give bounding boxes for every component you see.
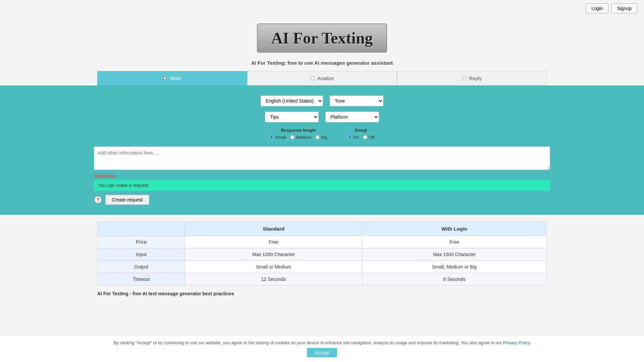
with-login-cell: Max 1500 Character [362,248,547,261]
radio-write[interactable] [163,76,167,80]
signup-button[interactable]: Signup [611,3,637,13]
pricing-section: Standard With Login Price Free Free Inpu… [87,222,557,286]
controls-row-1: English (United States) Spanish French G… [10,96,634,106]
radio-reply[interactable] [462,76,466,80]
standard-cell: Max 1000 Character [185,248,362,261]
tab-write-label: Write [170,75,181,81]
logo-subtitle: AI For Texting: free to use AI messages … [0,56,644,71]
table-row: Timeout 12 Seconds 6 Seconds [98,273,547,286]
radio-medium[interactable]: Medium [290,135,311,140]
textarea-container [94,146,550,171]
feature-cell: Price [98,236,185,248]
tab-reply[interactable]: Reply [397,71,547,85]
tab-reply-label: Reply [469,75,482,81]
emoji-label: Emoji [355,128,367,133]
radio-analize[interactable] [310,76,315,80]
feature-cell: Input [98,248,185,261]
standard-cell: Small or Medium [185,261,362,273]
status-bar: You can make a request [94,180,550,191]
logo-box: AI For Texting [257,23,387,53]
logo-section: AI For Texting [0,17,644,56]
table-row: Input Max 1000 Character Max 1500 Charac… [98,248,547,261]
action-row: ? Create request [94,195,550,205]
help-icon[interactable]: ? [94,196,102,204]
language-select[interactable]: English (United States) Spanish French G… [261,96,323,106]
login-button[interactable]: Login [586,3,608,13]
tone-select[interactable]: Tone Casual Formal Friendly Professional [330,96,383,106]
emoji-group: Emoji On Off [347,128,374,140]
radio-big[interactable]: Big [315,135,327,140]
create-request-button[interactable]: Create request [105,195,149,205]
standard-cell: 12 Seconds [185,273,362,286]
type-select[interactable]: Tips Story Question Advice [265,112,319,122]
feature-cell: Output [98,261,185,273]
emoji-options: On Off [347,135,374,140]
controls-row-2: Tips Story Question Advice Platform SMS … [10,112,634,122]
table-row: Price Free Free [98,236,547,248]
col-header-feature [98,222,185,236]
platform-select[interactable]: Platform SMS WhatsApp Instagram Twitter [325,112,379,122]
char-count: 1000/1000 [94,174,550,179]
with-login-cell: 6 Seconds [362,273,547,286]
radio-small[interactable]: Small [269,135,286,140]
with-login-cell: Small, Medium or Big [362,261,547,273]
tab-analize-label: Analize [317,75,334,81]
radio-emoji-off[interactable]: Off [363,135,374,140]
radio-emoji-on[interactable]: On [347,135,359,140]
pricing-table: Standard With Login Price Free Free Inpu… [97,222,547,286]
best-practices: AI For Texting - free AI text message ge… [87,291,557,296]
with-login-cell: Free [362,236,547,248]
logo-title: AI For Texting [271,29,373,47]
radio-groups: Response length Small Medium Big Emoji [10,128,634,140]
table-row: Output Small or Medium Small, Medium or … [98,261,547,273]
info-textarea[interactable] [94,146,550,170]
response-length-options: Small Medium Big [269,135,327,140]
tab-analize[interactable]: Analize [247,71,397,85]
response-length-group: Response length Small Medium Big [269,128,327,140]
col-header-with-login: With Login [362,222,547,236]
response-length-label: Response length [281,128,316,133]
feature-cell: Timeout [98,273,185,286]
tab-write[interactable]: Write [97,71,247,85]
mode-tabs: Write Analize Reply [87,71,557,85]
standard-cell: Free [185,236,362,248]
col-header-standard: Standard [185,222,362,236]
main-area: English (United States) Spanish French G… [0,85,644,215]
header: Login Signup [0,0,644,17]
